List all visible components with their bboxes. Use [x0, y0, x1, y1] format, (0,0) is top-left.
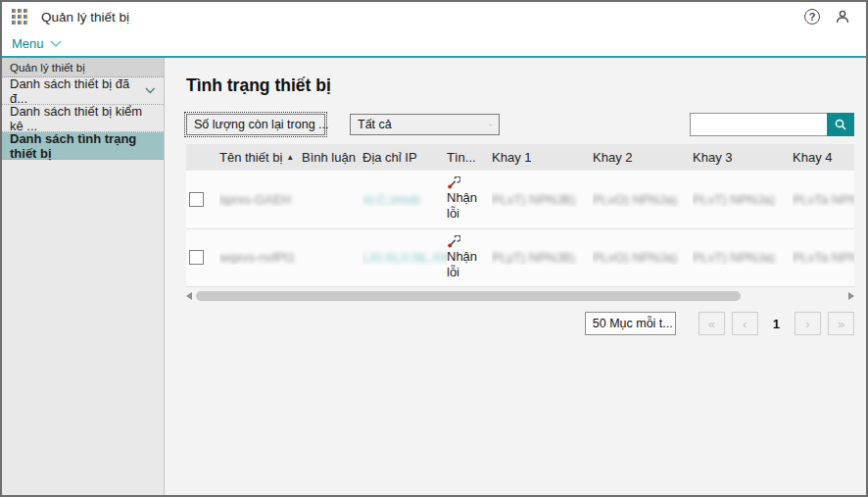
top-bar: Quản lý thiết bị ?: [2, 2, 866, 31]
scope-filter-value: Tất cả: [358, 118, 392, 131]
search-input[interactable]: [690, 113, 827, 136]
sidebar-item-label: Danh sách thiết bị đã đ...: [10, 76, 145, 106]
status-cell: Nhận lỗi: [447, 171, 492, 228]
tray1-value-redacted: PLyT) NPNJB): [492, 250, 575, 265]
tray2-value-redacted: PLvO) NPNJa): [593, 250, 677, 265]
pagination: 50 Mục mỗi t... « ‹ 1 › »: [186, 312, 854, 335]
ip-address-link-redacted[interactable]: LXI.XLX.NL.XW: [362, 250, 447, 265]
status-cell: Nhận lỗi: [447, 229, 492, 287]
row-checkbox[interactable]: [189, 250, 204, 265]
next-page-button[interactable]: ›: [795, 312, 821, 335]
tray4-value-redacted: PLvTa NPNb: [793, 250, 854, 265]
tray4-value-redacted: PLvTa NPNb: [793, 192, 854, 207]
sidebar-item-device-status[interactable]: Danh sách tình trạng thiết bị: [2, 132, 164, 160]
column-header-tray4[interactable]: Khay 4: [793, 150, 854, 165]
menu-bar: Menu: [2, 31, 866, 56]
wrench-error-icon: [447, 235, 460, 249]
help-icon[interactable]: ?: [804, 9, 820, 25]
scrollbar-thumb[interactable]: [196, 291, 741, 301]
status-text: Nhận lỗi: [447, 190, 486, 223]
sidebar-item-inventory-devices[interactable]: Danh sách thiết bị kiểm kê ...: [2, 105, 164, 132]
column-header-name[interactable]: Tên thiết bị ▲: [219, 150, 302, 165]
scroll-left-arrow[interactable]: [186, 292, 192, 300]
quantity-filter-value: Số lượng còn lại trong ...: [194, 118, 328, 131]
chevron-down-icon: [328, 122, 336, 128]
row-checkbox[interactable]: [189, 192, 204, 207]
tray2-value-redacted: PLvO) NPNJa): [593, 192, 677, 207]
search-box: [690, 113, 854, 136]
menu-label: Menu: [12, 36, 44, 51]
search-icon: [834, 118, 847, 131]
app-title: Quản lý thiết bị: [41, 10, 129, 25]
table-row: bprxs-GAEH nt.C.zmxb Nhận lỗi PLvT) NPNJ…: [186, 171, 854, 229]
column-header-tray3[interactable]: Khay 3: [693, 150, 793, 165]
sidebar-item-label: Danh sách tình trạng thiết bị: [10, 131, 156, 161]
last-page-button[interactable]: »: [828, 312, 854, 335]
chevron-down-icon: [145, 87, 156, 94]
first-page-button[interactable]: «: [699, 312, 725, 335]
scrollbar-track[interactable]: [196, 291, 844, 301]
scope-filter-select[interactable]: Tất cả: [350, 114, 500, 135]
scroll-right-arrow[interactable]: [848, 292, 854, 300]
chevron-down-icon: [50, 40, 62, 47]
device-name-redacted: wqxvs-nvfPt1: [219, 250, 295, 265]
wrench-error-icon: [447, 176, 460, 190]
chevron-down-icon: [673, 321, 681, 327]
search-button[interactable]: [827, 113, 854, 136]
chevron-down-icon: [481, 122, 492, 128]
sidebar-item-registered-devices[interactable]: Danh sách thiết bị đã đ...: [2, 77, 164, 105]
filter-row: Số lượng còn lại trong ... Tất cả: [186, 113, 854, 136]
main-content: Tình trạng thiết bị Số lượng còn lại tro…: [165, 58, 866, 495]
tray3-value-redacted: PLvT) NPNJa): [693, 192, 775, 207]
column-header-comment[interactable]: Bình luận: [302, 150, 362, 165]
prev-page-button[interactable]: ‹: [732, 312, 758, 335]
sidebar: Quản lý thiết bị Danh sách thiết bị đã đ…: [2, 58, 165, 495]
device-status-table: Tên thiết bị ▲ Bình luận Địa chỉ IP Tìn.…: [186, 144, 854, 287]
sort-asc-icon: ▲: [286, 153, 294, 162]
app-window: Quản lý thiết bị ? Menu Quản lý thiết bị: [0, 0, 868, 497]
column-header-tray1[interactable]: Khay 1: [492, 150, 593, 165]
device-name-redacted: bprxs-GAEH: [219, 192, 291, 207]
page-size-select[interactable]: 50 Mục mỗi t...: [585, 312, 676, 335]
tray3-value-redacted: PLvT) NPNJa): [693, 250, 775, 265]
column-header-status[interactable]: Tìn...: [447, 150, 492, 165]
column-header-ip[interactable]: Địa chỉ IP: [362, 150, 447, 165]
column-header-tray2[interactable]: Khay 2: [593, 150, 693, 165]
page-size-value: 50 Mục mỗi t...: [593, 317, 673, 330]
current-page-number: 1: [773, 317, 780, 331]
sidebar-header: Quản lý thiết bị: [2, 58, 164, 77]
sidebar-item-label: Danh sách thiết bị kiểm kê ...: [10, 104, 156, 133]
horizontal-scrollbar: [186, 289, 854, 303]
app-launcher-icon[interactable]: [12, 9, 28, 25]
status-text: Nhận lỗi: [447, 249, 486, 281]
user-icon[interactable]: [835, 9, 850, 25]
ip-address-link-redacted[interactable]: nt.C.zmxb: [362, 192, 420, 207]
table-header-row: Tên thiết bị ▲ Bình luận Địa chỉ IP Tìn.…: [186, 144, 854, 171]
tray1-value-redacted: PLvT) NPNJB): [492, 192, 575, 207]
quantity-filter-select[interactable]: Số lượng còn lại trong ...: [186, 114, 325, 135]
menu-dropdown[interactable]: Menu: [12, 36, 62, 51]
page-title: Tình trạng thiết bị: [186, 75, 854, 96]
table-row: wqxvs-nvfPt1 LXI.XLX.NL.XW Nhận lỗi PLyT…: [186, 229, 854, 288]
